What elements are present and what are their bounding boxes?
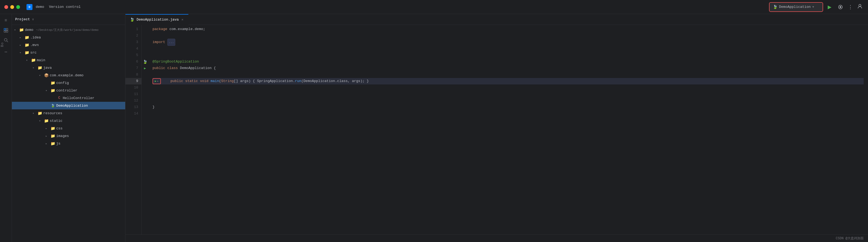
folder-icon-main: 📁: [31, 58, 36, 62]
tab-spring-icon: 🍃: [130, 17, 134, 22]
vcs-button[interactable]: Version control: [47, 4, 82, 9]
editor-tab-demo-application[interactable]: 🍃 DemoApplication.java ✕: [125, 14, 188, 25]
tree-item-config[interactable]: ▸ 📁 config: [12, 79, 125, 87]
maximize-button[interactable]: [16, 5, 20, 9]
run-gutter: 🍃 ▶: [142, 25, 148, 235]
line-num-4: 4: [125, 46, 142, 52]
code-line-6: @SpringBootApplication: [153, 58, 864, 65]
java-icon-hello: C: [57, 96, 62, 100]
run-config-box[interactable]: 🍃 DemoApplication ▼: [769, 2, 823, 12]
package-icon: 📦: [44, 73, 49, 78]
line-num-11: 11: [125, 91, 142, 98]
tree-label-config: config: [56, 81, 69, 85]
tree-item-main[interactable]: ▾ 📁 main: [12, 56, 125, 64]
minimize-button[interactable]: [10, 5, 14, 9]
profile-button[interactable]: [856, 2, 864, 11]
line-num-12: 12: [125, 98, 142, 104]
line-num-1: 1: [125, 26, 142, 32]
line-num-10: 10: [125, 84, 142, 91]
svg-rect-4: [6, 28, 8, 30]
folder-icon-idea: 📁: [24, 35, 29, 40]
tree-item-demo-application[interactable]: ▸ 🍃 DemoApplication: [12, 102, 125, 109]
code-editor[interactable]: 1 2 3 4 5 6 7 8 9 10 11 12 13 14: [125, 25, 868, 235]
line-num-2: 2: [125, 32, 142, 39]
sidebar-icon-more-dots[interactable]: ⋯: [2, 48, 10, 56]
sidebar-icon-hamburger[interactable]: ≡: [2, 16, 10, 25]
svg-rect-6: [6, 31, 8, 32]
project-tree: ▾ 📁 demo ~/Desktop/王大浪/work/java/demo/de…: [12, 25, 125, 242]
project-name[interactable]: demo: [36, 5, 44, 9]
run-inline-expand[interactable]: ▸: [157, 78, 159, 84]
tree-item-images[interactable]: ▸ 📁 images: [12, 132, 125, 140]
code-line-11: [153, 91, 864, 98]
svg-rect-5: [4, 31, 6, 32]
tree-item-static[interactable]: ▾ 📁 static: [12, 117, 125, 125]
folder-icon-controller: 📁: [50, 88, 55, 93]
run-gutter-icon-7[interactable]: ▶: [144, 66, 146, 71]
tab-close-button[interactable]: ✕: [181, 17, 184, 22]
run-button[interactable]: ▶: [825, 3, 834, 11]
line-numbers: 1 2 3 4 5 6 7 8 9 10 11 12 13 14: [125, 25, 142, 235]
line-num-5: 5: [125, 52, 142, 58]
tree-item-mvn[interactable]: ▸ 📁 .mvn: [12, 41, 125, 49]
tree-label-images: images: [56, 134, 69, 138]
code-line-8: [153, 72, 864, 78]
close-button[interactable]: [4, 5, 8, 9]
run-config-spring-icon: 🍃: [773, 5, 777, 9]
tree-label-package: com.example.demo: [50, 73, 84, 77]
panel-chevron[interactable]: ∨: [32, 17, 34, 21]
folder-icon-java: 📁: [37, 65, 42, 70]
tree-label-hello-controller: HelloController: [63, 96, 94, 100]
code-line-13: }: [153, 104, 864, 110]
title-bar-center: D demo Version control: [27, 4, 82, 10]
tree-label-css: css: [56, 127, 62, 131]
tree-label-demo: demo: [25, 28, 33, 32]
code-line-10: [153, 84, 864, 91]
folder-icon-static: 📁: [44, 118, 49, 123]
code-line-5: [153, 52, 864, 58]
code-line-9: ▶ ▸ public static void main(String[] arg…: [153, 78, 864, 84]
tree-label-static: static: [50, 119, 62, 123]
tab-label: DemoApplication.java: [136, 18, 179, 22]
tree-label-src: src: [30, 51, 36, 55]
tree-item-hello-controller[interactable]: ▸ C HelloController: [12, 94, 125, 102]
tree-label-js: js: [56, 141, 61, 145]
code-line-12: [153, 98, 864, 104]
svg-rect-3: [4, 28, 6, 30]
folder-icon-js: 📁: [50, 141, 55, 146]
import-fold[interactable]: ...: [167, 39, 176, 46]
code-line-2: [153, 32, 864, 39]
panel-header: Project ∨: [12, 14, 125, 25]
code-line-7: public class DemoApplication {: [153, 65, 864, 72]
sidebar-icon-project[interactable]: [2, 26, 10, 35]
tree-item-idea[interactable]: ▸ 📁 .idea: [12, 33, 125, 41]
tree-item-css[interactable]: ▸ 📁 css: [12, 125, 125, 132]
tree-label-controller: controller: [56, 88, 78, 92]
tree-item-src[interactable]: ▾ 📁 src: [12, 49, 125, 56]
panel-title: Project: [15, 17, 30, 21]
tree-label-java: java: [43, 66, 52, 70]
spring-icon-demo: 🍃: [50, 104, 55, 108]
debug-button[interactable]: [836, 3, 845, 11]
line-num-7: 7: [125, 65, 142, 72]
tree-item-package[interactable]: ▾ 📦 com.example.demo: [12, 72, 125, 79]
tree-item-resources[interactable]: ▾ 📁 resources: [12, 109, 125, 117]
status-text: CSDN @大盘鸡加面: [836, 236, 864, 241]
tree-path: ~/Desktop/王大浪/work/java/demo/demo: [36, 28, 98, 32]
tree-item-controller[interactable]: ▾ 📁 controller: [12, 87, 125, 94]
run-config-name: DemoApplication: [779, 5, 811, 9]
code-content[interactable]: package com.example.demo; import ... @Sp…: [148, 25, 868, 235]
code-line-1: package com.example.demo;: [153, 26, 864, 32]
line-num-9: 9: [125, 78, 142, 84]
folder-icon-images: 📁: [50, 134, 55, 138]
left-sidebar-icons: ≡ ⋯ Bo: [0, 14, 12, 242]
tree-item-js[interactable]: ▸ 📁 js: [12, 140, 125, 147]
run-inline-box[interactable]: ▶ ▸: [153, 78, 161, 84]
tree-label-main: main: [37, 58, 45, 62]
more-options-button[interactable]: ⋮: [847, 3, 854, 11]
run-inline-arrow[interactable]: ▶: [155, 78, 157, 84]
tree-item-demo[interactable]: ▾ 📁 demo ~/Desktop/王大浪/work/java/demo/de…: [12, 26, 125, 33]
bo-label: Bo: [0, 41, 5, 48]
tree-item-java[interactable]: ▾ 📁 java: [12, 64, 125, 72]
folder-icon-src: 📁: [24, 50, 29, 55]
